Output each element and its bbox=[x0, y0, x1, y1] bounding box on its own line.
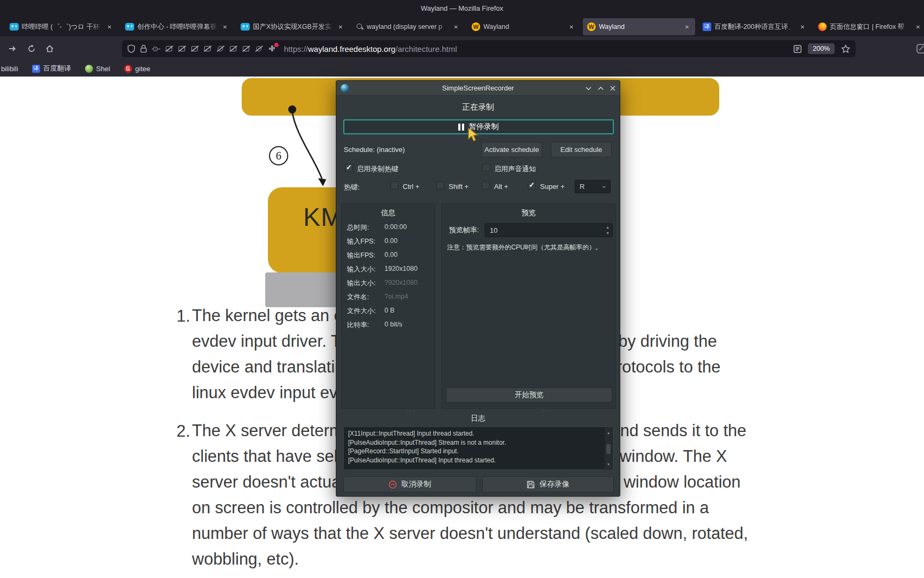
pause-icon bbox=[458, 124, 464, 131]
blocked-desktop-icon[interactable] bbox=[178, 45, 186, 52]
hotkey-shift-label: Shift + bbox=[449, 182, 468, 191]
log-output[interactable]: [X11Input::InputThread] Input thread sta… bbox=[343, 427, 613, 470]
bookmark-baidu-translate[interactable]: 译 百度翻译 bbox=[32, 64, 71, 73]
bilibili-tv-icon bbox=[125, 23, 134, 31]
navigation-bar: https://wayland.freedesktop.org/architec… bbox=[0, 36, 924, 60]
tab-close-icon[interactable]: ✕ bbox=[683, 23, 691, 31]
bookmark-star-icon[interactable] bbox=[841, 44, 850, 54]
tab-close-icon[interactable]: ✕ bbox=[799, 23, 806, 31]
tab-firefox-help[interactable]: 页面信息窗口 | Firefox 帮 ✕ bbox=[814, 18, 924, 35]
enable-hotkey-checkbox[interactable] bbox=[345, 164, 353, 172]
bookmark-shel[interactable]: Shel bbox=[85, 65, 110, 73]
ssr-window-title: SimpleScreenRecorder bbox=[336, 84, 620, 92]
activate-schedule-button[interactable]: Activate schedule bbox=[481, 142, 542, 157]
home-button[interactable] bbox=[42, 41, 58, 57]
blocked-autoplay-icon[interactable] bbox=[242, 45, 250, 52]
info-row: 文件大小:0 B bbox=[347, 307, 433, 317]
overflow-tool-icon[interactable] bbox=[913, 41, 924, 57]
reader-mode-icon[interactable] bbox=[794, 45, 802, 53]
info-row: 输出FPS:0.00 bbox=[347, 251, 433, 262]
shield-icon[interactable] bbox=[127, 44, 135, 53]
bookmark-bilibili[interactable]: bilibili bbox=[1, 65, 18, 73]
extension-badge bbox=[274, 43, 279, 47]
tab-close-icon[interactable]: ✕ bbox=[337, 23, 344, 31]
scrollbar-thumb[interactable] bbox=[606, 444, 611, 454]
blocked-microphone-icon[interactable] bbox=[217, 45, 225, 52]
preview-framerate-label: 预览帧率: bbox=[449, 225, 479, 235]
log-title: 日志 bbox=[336, 414, 620, 423]
edit-schedule-button[interactable]: Edit schedule bbox=[551, 142, 612, 157]
blocked-notifications-icon[interactable] bbox=[255, 45, 263, 52]
tab-bilibili-video[interactable]: 国产X协议实现XGB开发实 ✕ bbox=[236, 18, 349, 35]
log-line: [PulseAudioInput::InputThread] Input thr… bbox=[348, 456, 609, 465]
tab-close-icon[interactable]: ✕ bbox=[106, 23, 113, 31]
spin-down-icon: ▼ bbox=[606, 231, 610, 235]
url-text: https://wayland.freedesktop.org/architec… bbox=[284, 44, 457, 54]
maximize-icon[interactable] bbox=[598, 86, 604, 90]
save-recording-button[interactable]: 保存录像 bbox=[482, 476, 614, 492]
preview-panel: 预览 预览帧率: 10 ▲ ▼ 注意：预览需要额外的CPU时间（尤其是高帧率的）… bbox=[441, 203, 616, 409]
tab-close-icon[interactable]: ✕ bbox=[568, 23, 575, 31]
window-title: Wayland — Mozilla Firefox bbox=[421, 4, 503, 12]
lock-icon[interactable] bbox=[140, 44, 147, 53]
bookmark-gitee[interactable]: G gitee bbox=[124, 65, 150, 73]
blocked-display-icon[interactable] bbox=[204, 45, 212, 52]
blocked-camera-icon[interactable] bbox=[165, 45, 173, 52]
blocked-window-icon[interactable] bbox=[191, 45, 199, 52]
zoom-level-badge[interactable]: 200% bbox=[808, 43, 835, 54]
hotkey-alt-checkbox[interactable] bbox=[482, 181, 490, 189]
tab-close-icon[interactable]: ✕ bbox=[221, 23, 229, 31]
extension-icon[interactable] bbox=[268, 44, 278, 53]
tab-label: 百度翻译-200种语言互译、 bbox=[714, 22, 796, 32]
list-number: 1. bbox=[176, 307, 190, 326]
baidu-translate-icon: 译 bbox=[703, 22, 711, 31]
spin-up-icon: ▲ bbox=[606, 225, 610, 229]
list-number: 2. bbox=[176, 422, 190, 441]
bookmarks-bar: bilibili 译 百度翻译 Shel G gitee bbox=[0, 60, 924, 77]
splitter-grip[interactable]: ··· bbox=[542, 406, 552, 414]
cancel-recording-button[interactable]: 取消录制 bbox=[343, 476, 476, 492]
hotkey-ctrl-checkbox[interactable] bbox=[390, 181, 398, 189]
tab-wayland-active[interactable]: W Wayland ✕ bbox=[583, 18, 695, 35]
save-floppy-icon bbox=[527, 481, 535, 489]
tab-bilibili-creator[interactable]: 创作中心 - 哔哩哔哩弹幕视 ✕ bbox=[121, 18, 233, 35]
minimize-icon[interactable] bbox=[586, 86, 591, 90]
tab-wayland-1[interactable]: W Wayland ✕ bbox=[467, 18, 580, 35]
enable-sound-checkbox[interactable] bbox=[482, 164, 490, 172]
info-row: 文件名:?oi.mp4 bbox=[347, 293, 433, 303]
info-row: 比特率:0 bit/s bbox=[347, 321, 433, 331]
tab-bilibili-home[interactable]: 哔哩哔哩 (゜-゜)つロ 干杯 ✕ bbox=[5, 18, 118, 35]
start-preview-button[interactable]: 开始预览 bbox=[446, 387, 612, 402]
info-panel: 信息 总时间:0:00:00 输入FPS:0.00 输出FPS:0.00 输入大… bbox=[341, 203, 435, 409]
close-icon[interactable] bbox=[610, 86, 615, 91]
preview-framerate-spinbox[interactable]: 10 ▲ ▼ bbox=[484, 223, 613, 237]
enable-sound-label: 启用声音通知 bbox=[494, 164, 536, 174]
blocked-screen-icon[interactable] bbox=[229, 45, 237, 52]
forward-button[interactable] bbox=[4, 41, 20, 57]
gitee-icon: G bbox=[124, 65, 132, 73]
log-line: [X11Input::InputThread] Input thread sta… bbox=[348, 429, 609, 438]
tab-label: 页面信息窗口 | Firefox 帮 bbox=[830, 22, 911, 32]
reload-button[interactable] bbox=[24, 41, 40, 57]
tab-label: Wayland bbox=[599, 23, 680, 31]
hotkey-shift-checkbox[interactable] bbox=[436, 181, 444, 189]
enable-hotkey-label: 启用录制热键 bbox=[357, 164, 398, 174]
recording-status: 正在录制 bbox=[336, 102, 620, 112]
tab-wayland-search[interactable]: wayland (display server p ✕ bbox=[352, 18, 464, 35]
info-row: 总时间:0:00:00 bbox=[347, 223, 433, 234]
log-scrollbar[interactable]: ▲ ▼ bbox=[605, 428, 612, 470]
info-row: 输入FPS:0.00 bbox=[347, 237, 433, 248]
splitter-grip[interactable]: ··· bbox=[406, 406, 416, 414]
hotkey-key-select[interactable]: R ⌄ bbox=[575, 180, 611, 193]
tab-label: wayland (display server p bbox=[367, 23, 449, 31]
diagram-arrow bbox=[283, 105, 337, 191]
ssr-titlebar[interactable]: SimpleScreenRecorder bbox=[336, 81, 620, 96]
hotkey-super-checkbox[interactable] bbox=[528, 181, 536, 189]
tab-baidu-translate[interactable]: 译 百度翻译-200种语言互译、 ✕ bbox=[698, 18, 811, 35]
permissions-toggle-icon[interactable] bbox=[152, 45, 160, 52]
tab-close-icon[interactable]: ✕ bbox=[452, 23, 460, 31]
spinbox-arrows[interactable]: ▲ ▼ bbox=[603, 224, 612, 237]
url-bar[interactable]: https://wayland.freedesktop.org/architec… bbox=[122, 40, 856, 57]
tab-close-icon[interactable]: ✕ bbox=[914, 23, 922, 31]
scroll-up-icon: ▲ bbox=[607, 429, 611, 438]
